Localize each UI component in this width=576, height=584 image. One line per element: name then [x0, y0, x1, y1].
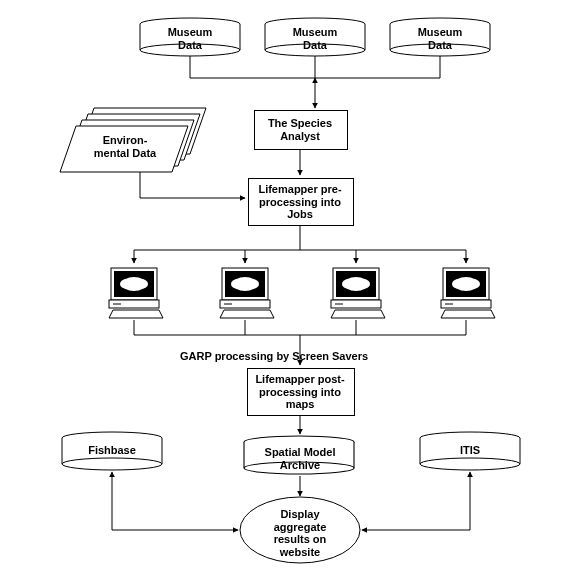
- label-postprocess: Lifemapper post- processing into maps: [247, 373, 353, 411]
- db-museum-2: Museum Data: [265, 26, 365, 51]
- db-museum-1: Museum Data: [140, 26, 240, 51]
- db-fishbase: Fishbase: [62, 444, 162, 457]
- db-spatial-archive: Spatial Model Archive: [246, 446, 354, 471]
- label-preprocess: Lifemapper pre- processing into Jobs: [248, 183, 352, 221]
- db-museum-3: Museum Data: [390, 26, 490, 51]
- label-species-analyst: The Species Analyst: [254, 117, 346, 142]
- label-garp: GARP processing by Screen Savers: [180, 350, 440, 363]
- node-display: Display aggregate results on website: [250, 508, 350, 559]
- db-itis: ITIS: [420, 444, 520, 457]
- node-env-data: Environ- mental Data: [75, 134, 175, 159]
